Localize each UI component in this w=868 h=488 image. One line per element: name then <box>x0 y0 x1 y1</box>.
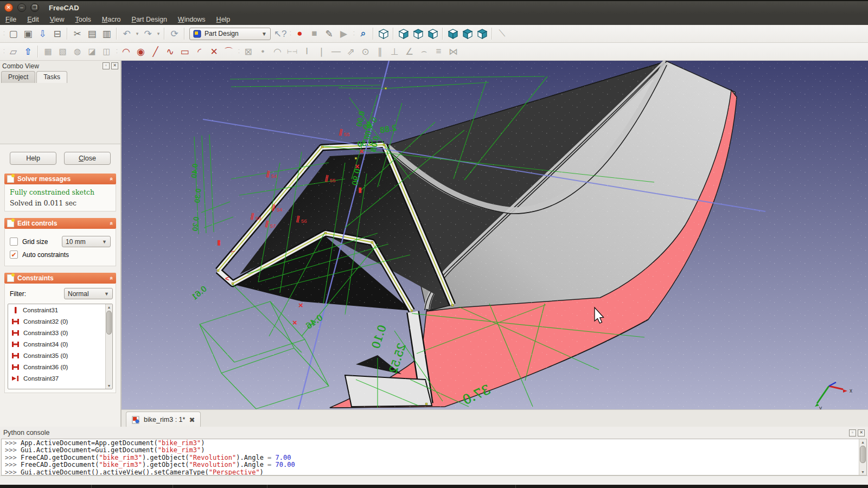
tab-close-icon[interactable]: ✖ <box>189 416 195 424</box>
pocket-feature-icon[interactable]: ▧ <box>55 44 70 59</box>
collapse-icon[interactable]: « <box>108 277 115 280</box>
view-top-icon[interactable] <box>411 27 425 41</box>
collapse-icon[interactable]: « <box>108 177 115 181</box>
create-polyline-icon[interactable]: ∿ <box>163 44 177 59</box>
python-console[interactable]: >>> App.ActiveDocument=App.getDocument("… <box>1 439 867 476</box>
constraint-item[interactable]: Constraint37 <box>8 373 112 384</box>
constraint-radius-icon[interactable]: ⊙ <box>358 44 373 59</box>
constraint-item[interactable]: Constraint32 (0) <box>8 316 112 327</box>
revolution-feature-icon[interactable]: ◍ <box>70 44 85 59</box>
constraint-item[interactable]: Constraint36 (0) <box>8 361 112 373</box>
menu-help[interactable]: Help <box>211 15 236 24</box>
help-button[interactable]: Help <box>10 152 56 165</box>
constraint-horizontal-icon[interactable]: — <box>329 44 343 59</box>
menu-macro[interactable]: Macro <box>97 15 126 24</box>
macro-stop-icon[interactable]: ■ <box>307 27 322 41</box>
measure-icon[interactable]: ⟍ <box>495 27 509 41</box>
python-console-header[interactable]: Python console ▫ ✕ <box>0 427 868 439</box>
view-right-icon[interactable] <box>425 27 440 41</box>
edit-controls-header[interactable]: Edit controls « <box>4 218 116 229</box>
toolbar-grip[interactable]: ⁚ <box>351 28 356 40</box>
tab-tasks[interactable]: Tasks <box>36 71 67 83</box>
window-maximize-icon[interactable]: ❐ <box>30 3 39 12</box>
constraint-filter-dropdown[interactable]: Normal ▼ <box>64 288 113 299</box>
menu-view[interactable]: View <box>44 15 70 24</box>
macro-play-icon[interactable]: ▶ <box>336 27 351 41</box>
toolbar-grip[interactable]: ⁚ <box>288 28 292 40</box>
constraint-point-on-object-icon[interactable]: ◠ <box>270 44 285 59</box>
window-close-icon[interactable]: ✕ <box>4 3 13 12</box>
window-minimize-icon[interactable]: – <box>17 3 26 12</box>
panel-close-icon[interactable]: ✕ <box>858 429 865 436</box>
undo-more-icon[interactable]: ▾ <box>134 27 141 41</box>
whats-this-icon[interactable]: ↖? <box>273 27 288 41</box>
constraint-coincident-icon[interactable]: • <box>256 44 270 59</box>
constraints-header[interactable]: Constraints « <box>4 273 116 284</box>
leave-sketch-icon[interactable]: ⇧ <box>21 44 35 59</box>
constraint-item[interactable]: Constraint34 (0) <box>8 338 112 350</box>
copy-icon[interactable]: ▤ <box>85 27 99 41</box>
scroll-up-icon[interactable]: ▲ <box>859 439 866 445</box>
constraint-vertical-icon[interactable]: ∣ <box>314 44 329 59</box>
constraint-item[interactable]: Constraint33 (0) <box>8 327 112 338</box>
print-icon[interactable]: ⊟ <box>50 27 65 41</box>
fillet-feature-icon[interactable]: ◫ <box>99 44 114 59</box>
collapse-icon[interactable]: « <box>108 222 115 225</box>
constraint-item[interactable]: Constraint31 <box>8 304 112 316</box>
fit-all-icon[interactable]: ⌕ <box>356 27 371 41</box>
paste-icon[interactable]: ▥ <box>99 27 114 41</box>
constraint-horizontal-distance-icon[interactable]: ⊢⊣ <box>285 44 299 59</box>
constraint-perpendicular-icon[interactable]: ⊥ <box>387 44 402 59</box>
constraint-tangent-icon[interactable]: ⌢ <box>417 44 431 59</box>
constraint-item[interactable]: Constraint35 (0) <box>8 350 112 361</box>
open-file-icon[interactable]: ▣ <box>21 27 35 41</box>
panel-float-icon[interactable]: ▫ <box>849 429 856 436</box>
auto-constraints-checkbox[interactable]: ✔ <box>10 251 18 259</box>
tab-project[interactable]: Project <box>1 71 35 83</box>
menu-tools[interactable]: Tools <box>70 15 97 24</box>
create-line-icon[interactable]: ╱ <box>148 44 163 59</box>
solver-messages-header[interactable]: Solver messages « <box>4 174 116 184</box>
view-left-icon[interactable] <box>475 27 489 41</box>
external-geometry-icon[interactable]: ⌒ <box>221 44 236 59</box>
new-file-icon[interactable]: ▢ <box>6 27 21 41</box>
view-axonometric-icon[interactable] <box>376 27 391 41</box>
create-fillet-icon[interactable]: ◜ <box>192 44 207 59</box>
grid-size-checkbox[interactable] <box>10 237 18 246</box>
scrollbar-thumb[interactable] <box>860 446 866 463</box>
undo-icon[interactable]: ↶ <box>119 27 134 41</box>
3d-viewport[interactable]: 0.000.000.080.502.880.000.900.400.300.20… <box>122 61 868 409</box>
grid-size-dropdown[interactable]: 10 mm ▼ <box>62 236 111 247</box>
toolbar-grip[interactable]: ⁚ <box>236 46 241 57</box>
constraint-distance-icon[interactable]: ⇗ <box>343 44 358 59</box>
create-circle-icon[interactable]: ◉ <box>133 44 148 59</box>
constraint-vertical-distance-icon[interactable]: I <box>299 44 314 59</box>
constraint-lock-icon[interactable]: ⊠ <box>241 44 256 59</box>
view-rear-icon[interactable] <box>445 27 460 41</box>
toolbar-grip[interactable]: ⁚ <box>1 46 6 57</box>
view-front-icon[interactable] <box>396 27 411 41</box>
scrollbar-thumb[interactable] <box>106 311 112 335</box>
constraint-angle-icon[interactable]: ∠ <box>402 44 417 59</box>
macro-record-icon[interactable]: ● <box>292 27 307 41</box>
scroll-up-icon[interactable]: ▲ <box>106 304 112 310</box>
panel-close-icon[interactable]: ✕ <box>111 62 118 69</box>
scroll-down-icon[interactable]: ▼ <box>106 383 112 389</box>
constraint-parallel-icon[interactable]: ∥ <box>373 44 387 59</box>
menu-file[interactable]: File <box>0 15 22 24</box>
trim-edge-icon[interactable]: ✕ <box>207 44 221 59</box>
menu-part-design[interactable]: Part Design <box>126 15 173 24</box>
menu-windows[interactable]: Windows <box>173 15 211 24</box>
constraint-list-scrollbar[interactable]: ▲ ▼ <box>105 304 112 389</box>
console-scrollbar[interactable]: ▲ ▼ <box>859 439 866 475</box>
close-button[interactable]: Close <box>64 152 111 165</box>
pad-feature-icon[interactable]: ▦ <box>41 44 55 59</box>
constraint-list[interactable]: Constraint31Constraint32 (0)Constraint33… <box>8 304 113 389</box>
redo-icon[interactable]: ↷ <box>141 27 155 41</box>
redo-more-icon[interactable]: ▾ <box>155 27 162 41</box>
constraint-symmetric-icon[interactable]: ⋈ <box>446 44 461 59</box>
macro-edit-icon[interactable]: ✎ <box>322 27 336 41</box>
toolbar-grip[interactable]: ⁚ <box>114 46 119 57</box>
cut-icon[interactable]: ✂ <box>70 27 85 41</box>
refresh-icon[interactable]: ⟳ <box>167 27 182 41</box>
